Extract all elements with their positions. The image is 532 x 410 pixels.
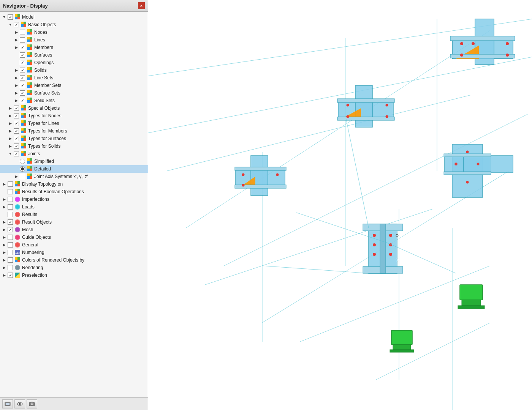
checkbox-joint-axis[interactable]: [20, 174, 25, 179]
tree-item-mesh[interactable]: Mesh: [0, 226, 148, 233]
tree-item-joint-axis[interactable]: Joint Axis Systems x', y', z': [0, 173, 148, 180]
checkbox-preselection[interactable]: [8, 273, 13, 278]
tree-item-surfaces[interactable]: Surfaces: [0, 51, 148, 59]
tree-arrow-basic-objects[interactable]: [8, 22, 13, 27]
checkbox-types-members[interactable]: [14, 128, 19, 134]
tree-arrow-model[interactable]: [2, 14, 7, 20]
tree-item-general[interactable]: General: [0, 241, 148, 249]
tree-item-types-lines[interactable]: Types for Lines: [0, 120, 148, 127]
tree-item-surface-sets[interactable]: Surface Sets: [0, 89, 148, 97]
checkbox-openings[interactable]: [20, 60, 25, 65]
tree-arrow-preselection[interactable]: [2, 273, 7, 278]
radio-simplified[interactable]: [20, 159, 25, 164]
tree-arrow-types-surfaces[interactable]: [8, 136, 13, 141]
checkbox-general[interactable]: [8, 242, 13, 248]
tree-arrow-types-lines[interactable]: [8, 121, 13, 126]
checkbox-model[interactable]: [8, 14, 13, 20]
tree-arrow-display-topology[interactable]: [2, 181, 7, 187]
tree-item-lines[interactable]: Lines: [0, 36, 148, 44]
checkbox-types-surfaces[interactable]: [14, 136, 19, 141]
checkbox-mesh[interactable]: [8, 227, 13, 232]
checkbox-solids[interactable]: [20, 68, 25, 73]
tree-arrow-general[interactable]: [2, 242, 7, 248]
checkbox-line-sets[interactable]: [20, 75, 25, 80]
tree-item-types-members[interactable]: Types for Members: [0, 127, 148, 135]
checkbox-result-objects[interactable]: [8, 219, 13, 225]
toolbar-eye-button[interactable]: [14, 399, 25, 408]
tree-arrow-joint-axis[interactable]: [14, 174, 19, 179]
tree-arrow-lines[interactable]: [14, 37, 19, 43]
tree-item-line-sets[interactable]: Line Sets: [0, 74, 148, 82]
tree-arrow-rendering[interactable]: [2, 265, 7, 270]
tree-item-rendering[interactable]: Rendering: [0, 264, 148, 271]
tree-arrow-types-nodes[interactable]: [8, 113, 13, 118]
tree-arrow-loads[interactable]: [2, 204, 7, 210]
checkbox-results-boolean[interactable]: [8, 189, 13, 194]
tree-arrow-member-sets[interactable]: [14, 83, 19, 88]
tree-arrow-types-solids[interactable]: [8, 144, 13, 149]
checkbox-lines[interactable]: [20, 37, 25, 43]
tree-item-basic-objects[interactable]: Basic Objects: [0, 21, 148, 28]
tree-arrow-members[interactable]: [14, 45, 19, 50]
tree-arrow-guide-objects[interactable]: [2, 235, 7, 240]
checkbox-basic-objects[interactable]: [14, 22, 19, 27]
checkbox-numbering[interactable]: [8, 250, 13, 255]
checkbox-member-sets[interactable]: [20, 83, 25, 88]
checkbox-types-solids[interactable]: [14, 144, 19, 149]
tree-arrow-imperfections[interactable]: [2, 197, 7, 202]
tree-item-openings[interactable]: Openings: [0, 59, 148, 66]
checkbox-joints[interactable]: [14, 151, 19, 156]
checkbox-special-objects[interactable]: [14, 106, 19, 111]
tree-item-imperfections[interactable]: Imperfections: [0, 196, 148, 203]
tree-arrow-solid-sets[interactable]: [14, 98, 19, 103]
toolbar-camera-button[interactable]: [27, 399, 37, 408]
viewport[interactable]: [148, 0, 532, 410]
tree-item-loads[interactable]: Loads: [0, 203, 148, 211]
tree-item-display-topology[interactable]: Display Topology on: [0, 180, 148, 188]
checkbox-solid-sets[interactable]: [20, 98, 25, 103]
tree-item-special-objects[interactable]: Special Objects: [0, 104, 148, 112]
checkbox-members[interactable]: [20, 45, 25, 50]
tree-item-solid-sets[interactable]: Solid Sets: [0, 97, 148, 104]
tree-item-guide-objects[interactable]: Guide Objects: [0, 233, 148, 241]
tree-arrow-colors-rendered[interactable]: [2, 257, 7, 263]
tree-item-joints[interactable]: Joints: [0, 150, 148, 158]
checkbox-surface-sets[interactable]: [20, 90, 25, 96]
tree-item-types-solids[interactable]: Types for Solids: [0, 142, 148, 150]
tree-item-solids[interactable]: Solids: [0, 66, 148, 74]
checkbox-guide-objects[interactable]: [8, 235, 13, 240]
tree-arrow-special-objects[interactable]: [8, 106, 13, 111]
tree-item-results-boolean[interactable]: Results of Boolean Operations: [0, 188, 148, 196]
radio-detailed[interactable]: [20, 166, 25, 172]
tree-arrow-joints[interactable]: [8, 151, 13, 156]
tree-arrow-result-objects[interactable]: [2, 219, 7, 225]
checkbox-surfaces[interactable]: [20, 52, 25, 58]
tree-item-types-nodes[interactable]: Types for Nodes: [0, 112, 148, 120]
checkbox-types-nodes[interactable]: [14, 113, 19, 118]
tree-item-nodes[interactable]: Nodes: [0, 28, 148, 36]
checkbox-loads[interactable]: [8, 204, 13, 210]
tree-item-preselection[interactable]: Preselection: [0, 271, 148, 279]
close-button[interactable]: ×: [138, 2, 145, 9]
checkbox-rendering[interactable]: [8, 265, 13, 270]
tree-item-types-surfaces[interactable]: Types for Surfaces: [0, 135, 148, 142]
tree-arrow-solids[interactable]: [14, 68, 19, 73]
tree-item-results[interactable]: Results: [0, 211, 148, 218]
checkbox-types-lines[interactable]: [14, 121, 19, 126]
tree-arrow-types-members[interactable]: [8, 128, 13, 134]
tree-item-simplified[interactable]: Simplified: [0, 158, 148, 165]
tree-item-detailed[interactable]: Detailed: [0, 165, 148, 173]
tree-item-members[interactable]: Members: [0, 44, 148, 51]
tree-arrow-mesh[interactable]: [2, 227, 7, 232]
checkbox-nodes[interactable]: [20, 30, 25, 35]
tree-item-colors-rendered[interactable]: Colors of Rendered Objects by: [0, 256, 148, 264]
tree-arrow-surface-sets[interactable]: [14, 90, 19, 96]
tree-item-numbering[interactable]: 123Numbering: [0, 249, 148, 256]
tree-arrow-line-sets[interactable]: [14, 75, 19, 80]
tree-item-result-objects[interactable]: Result Objects: [0, 218, 148, 226]
checkbox-colors-rendered[interactable]: [8, 257, 13, 263]
tree-item-model[interactable]: Model: [0, 13, 148, 21]
checkbox-display-topology[interactable]: [8, 181, 13, 187]
checkbox-results[interactable]: [8, 212, 13, 217]
checkbox-imperfections[interactable]: [8, 197, 13, 202]
